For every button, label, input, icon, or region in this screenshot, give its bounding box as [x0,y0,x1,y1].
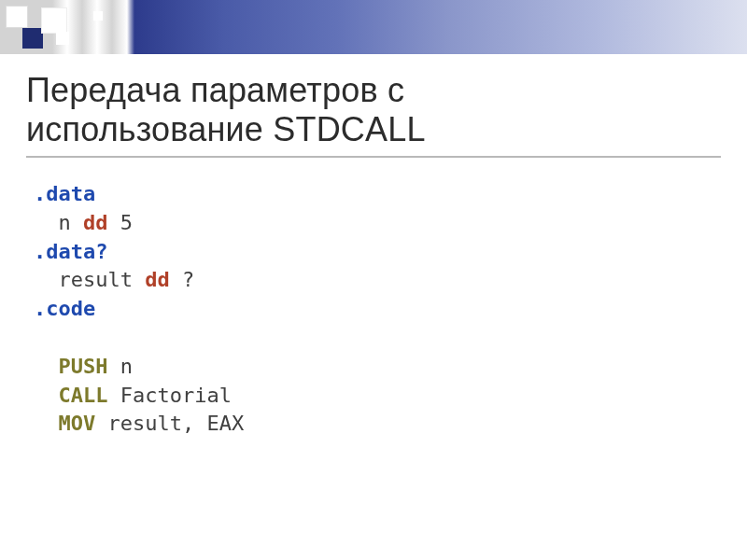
code-line: MOV result, EAX [34,410,721,439]
code-token: PUSH [59,355,108,378]
code-token: n [59,211,84,234]
code-line [34,324,721,353]
code-token: MOV [59,412,96,435]
slide-title: Передача параметров с использование STDC… [26,71,721,158]
slide-body: Передача параметров с использование STDC… [0,54,747,439]
code-line: .code [34,295,721,324]
code-token: .code [34,297,95,320]
code-token: 5 [108,211,134,234]
code-token: .data? [34,240,107,263]
header-decorative-squares [0,0,187,54]
code-line: PUSH n [34,353,721,382]
code-token: dd [83,211,108,234]
code-token: dd [145,268,170,291]
title-line-2: использование STDCALL [26,110,426,148]
code-line: CALL Factorial [34,382,721,411]
code-token: result, EAX [95,412,244,435]
code-line: .data? [34,238,721,267]
code-token [34,326,46,349]
code-line: n dd 5 [34,209,721,238]
code-token: result [59,268,146,291]
code-token: n [107,355,133,378]
code-token: CALL [59,384,108,407]
code-token: Factorial [107,384,231,407]
code-block: .data n dd 5.data? result dd ?.code PUSH… [26,180,721,439]
title-line-1: Передача параметров с [26,71,404,109]
code-token: ? [170,268,195,291]
code-line: result dd ? [34,266,721,295]
code-token: .data [34,182,95,205]
code-line: .data [34,180,721,209]
